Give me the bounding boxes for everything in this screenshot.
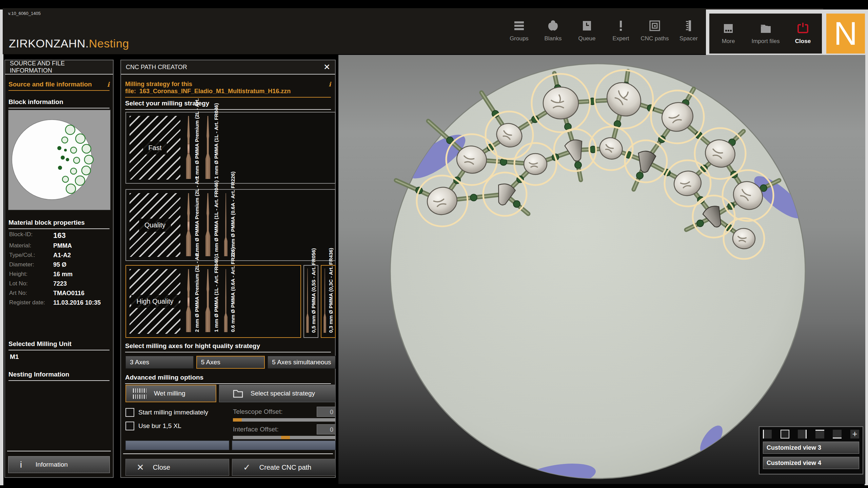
- view-right-button[interactable]: [798, 430, 807, 439]
- prop-row: Register date:11.03.2016 10:35: [9, 299, 110, 306]
- info-icon[interactable]: i: [107, 81, 110, 88]
- bur-2mm-image: [184, 116, 193, 179]
- progress-bar-left: [125, 441, 229, 450]
- file-info-icon[interactable]: i: [329, 81, 331, 95]
- milling-disc[interactable]: [390, 64, 805, 479]
- app-window: v.10_6060_1405 ZIRKONZAHN.Nesting Groups…: [0, 0, 868, 488]
- bur-05mm-image: [305, 268, 310, 333]
- view-top-button[interactable]: [815, 430, 824, 439]
- axes-option-5-sim[interactable]: 5 Axes simultaneous: [268, 356, 336, 369]
- import-files-icon: [758, 21, 773, 36]
- information-button[interactable]: i Information: [8, 456, 110, 473]
- toolbar-queue[interactable]: Queue: [570, 18, 604, 42]
- slider-handle[interactable]: [233, 418, 242, 422]
- toolbar-spacer[interactable]: Spacer: [672, 18, 706, 42]
- strategy-label: Quality: [139, 219, 171, 232]
- interface-offset-group: Interface Offset: 0: [233, 424, 336, 439]
- interface-offset-slider[interactable]: [233, 436, 336, 439]
- strategy-label: High Quality: [131, 295, 179, 308]
- close-panel-icon[interactable]: ✕: [323, 62, 330, 72]
- view-front-button[interactable]: [781, 430, 789, 439]
- cnc-panel-title: CNC PATH CREATOR: [126, 64, 187, 71]
- prop-row: Material:PMMA: [9, 242, 110, 249]
- start-milling-checkbox-row: Start milling immediately: [125, 408, 208, 417]
- advanced-heading: Advanced milling options: [125, 374, 331, 384]
- slider-handle[interactable]: [281, 436, 290, 439]
- select-special-strategy-button[interactable]: Select special strategy: [219, 385, 336, 402]
- cnc-footer-buttons: ✕ Close ✓ Create CNC path: [125, 459, 336, 476]
- cnc-path-creator-panel: CNC PATH CREATOR ✕ Milling strategy for …: [120, 60, 336, 478]
- block-preview-image: [8, 110, 111, 210]
- create-cnc-path-button[interactable]: ✓ Create CNC path: [232, 459, 336, 476]
- extra-bur-03[interactable]: 0,3 mm Ø PMMA (0,3C - Art. FR436): [321, 265, 336, 338]
- material-props-heading: Material block properties: [8, 219, 110, 229]
- queue-icon: [579, 18, 594, 33]
- extra-bur-05[interactable]: 0,5 mm Ø PMMA (0,5S - Art. FR056): [303, 265, 318, 338]
- telescope-offset-label: Telescope Offset:: [233, 408, 282, 415]
- toolbar-groups[interactable]: Groups: [502, 18, 536, 42]
- file-strategy-line: Milling strategy for this file: 163_Coro…: [125, 81, 331, 98]
- strategy-high-quality-row: High Quality 2 mm Ø PMMA Premium (2L - A…: [125, 265, 336, 338]
- start-milling-checkbox[interactable]: [125, 408, 134, 417]
- groups-icon: [512, 18, 527, 33]
- header-bar: v.10_6060_1405 ZIRKONZAHN.Nesting Groups…: [3, 8, 823, 54]
- toolbar-import-files[interactable]: Import files: [747, 14, 784, 54]
- folder-icon: [232, 388, 244, 399]
- customized-view-4-button[interactable]: Customized view 4: [763, 457, 859, 469]
- add-view-button[interactable]: +: [850, 430, 859, 439]
- customized-view-3-button[interactable]: Customized view 3: [763, 442, 859, 454]
- bur-item: 1 mm Ø PMMA (1L - Art. FR046): [204, 193, 219, 257]
- telescope-offset-slider[interactable]: [233, 418, 336, 422]
- axes-option-5[interactable]: 5 Axes: [196, 356, 265, 369]
- source-file-panel: SOURCE AND FILE INFORMATION Source and f…: [4, 60, 114, 478]
- blanks-icon: [546, 18, 560, 33]
- bur-2mm-image: [184, 269, 193, 332]
- view-left-button[interactable]: [763, 430, 772, 439]
- view-controls-panel: + Customized view 3 Customized view 4: [759, 426, 863, 474]
- spacer-icon: [681, 18, 696, 33]
- telescope-offset-input[interactable]: 0: [317, 407, 336, 417]
- select-strategy-heading: Select your milling strategy: [125, 100, 331, 110]
- cnc-panel-header: CNC PATH CREATOR ✕: [121, 60, 335, 75]
- axes-option-3[interactable]: 3 Axes: [125, 356, 194, 369]
- toolbar-right: More Import files Close: [709, 14, 822, 54]
- wet-milling-button[interactable]: Wet milling: [125, 385, 216, 402]
- close-button[interactable]: ✕ Close: [125, 459, 229, 476]
- bur-1mm-image: [204, 116, 212, 179]
- view-bottom-button[interactable]: [833, 430, 842, 439]
- interface-offset-label: Interface Offset:: [233, 426, 279, 433]
- prop-row: Block-ID:163: [9, 231, 110, 240]
- bur-item: 2 mm Ø PMMA Premium (2L - Art.: [184, 269, 200, 334]
- 3d-viewport[interactable]: [338, 55, 865, 484]
- milling-unit-heading: Selected Milling Unit: [8, 340, 110, 350]
- toolbar-main: Groups Blanks Queue Expert CNC paths Spa…: [502, 18, 706, 42]
- bur-06mm-image: [223, 269, 229, 332]
- axes-heading: Select milling axes for hight quality st…: [125, 342, 331, 352]
- power-close-icon: [795, 21, 810, 36]
- use-bur-checkbox[interactable]: [125, 422, 134, 430]
- interface-offset-input[interactable]: 0: [317, 424, 336, 434]
- bur-1mm-image: [204, 193, 212, 256]
- toolbar-close[interactable]: Close: [784, 14, 822, 54]
- n-logo: N: [826, 14, 865, 54]
- close-x-icon: ✕: [137, 462, 144, 473]
- cnc-paths-icon: [647, 18, 662, 33]
- telescope-offset-group: Telescope Offset: 0: [233, 407, 336, 422]
- version-label: v.10_6060_1405: [8, 11, 41, 16]
- app-logo: ZIRKONZAHN.Nesting: [9, 37, 129, 50]
- bur-2mm-image: [184, 193, 193, 256]
- material-props-table: Block-ID:163 Material:PMMA Type/Col.:A1-…: [9, 231, 110, 309]
- more-icon: [721, 21, 736, 36]
- window-frame-left: [0, 9, 3, 485]
- prop-row: Type/Col.:A1-A2: [9, 252, 110, 259]
- toolbar-cnc-paths[interactable]: CNC paths: [638, 18, 672, 42]
- toolbar-expert[interactable]: Expert: [604, 18, 638, 42]
- toolbar-more[interactable]: More: [710, 14, 747, 54]
- source-panel-header: SOURCE AND FILE INFORMATION: [5, 60, 113, 75]
- toolbar-blanks[interactable]: Blanks: [536, 18, 570, 42]
- milling-unit-value: M1: [10, 353, 19, 361]
- file-name: 163_Coronas_INF_Eladio_M1_Multistratum_H…: [139, 88, 291, 95]
- use-bur-checkbox-row: Use bur 1,5 XL: [125, 422, 181, 430]
- prop-row: Lot No:7223: [9, 280, 110, 287]
- strategy-high-quality[interactable]: High Quality 2 mm Ø PMMA Premium (2L - A…: [125, 265, 301, 338]
